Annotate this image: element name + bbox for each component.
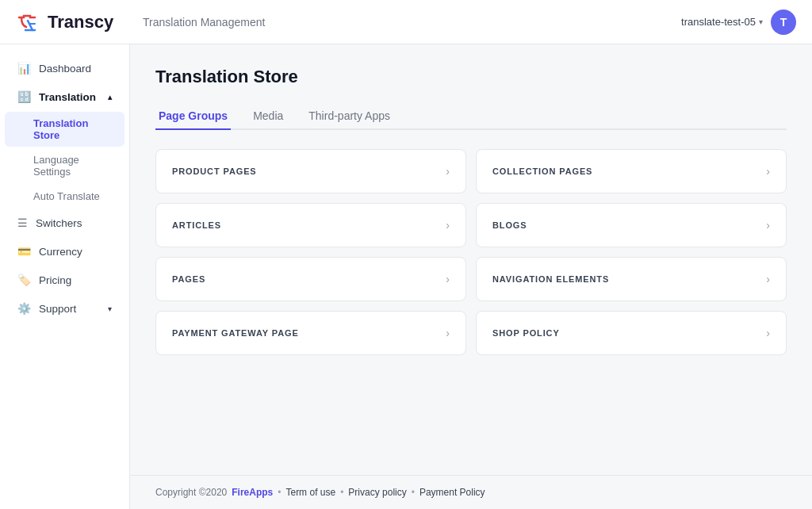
sidebar-item-translation-store[interactable]: Translation Store <box>5 112 124 147</box>
chevron-up-icon: ▴ <box>108 93 112 101</box>
sidebar-label-currency: Currency <box>39 246 82 258</box>
sidebar-item-auto-translate[interactable]: Auto Translate <box>5 185 124 208</box>
logo-text: Transcy <box>48 12 113 33</box>
arrow-icon-articles: › <box>446 219 450 232</box>
chevron-down-icon: ▾ <box>759 17 763 26</box>
pricing-icon: 🏷️ <box>17 274 31 286</box>
arrow-icon-blogs: › <box>766 219 770 232</box>
topbar-left: Transcy Translation Management <box>0 8 265 36</box>
sidebar-item-switchers[interactable]: ☰ Switchers <box>5 209 124 236</box>
sidebar-label-translation: Translation <box>39 91 96 103</box>
card-label-shop-policy: SHOP POLICY <box>492 328 560 338</box>
logo-area: Transcy <box>0 8 130 36</box>
content-area: Translation Store Page Groups Media Thir… <box>130 44 812 475</box>
topbar-right: translate-test-05 ▾ T <box>681 10 796 35</box>
sidebar-label-pricing: Pricing <box>39 274 71 286</box>
main: Translation Store Page Groups Media Thir… <box>130 44 812 509</box>
footer-link-payment[interactable]: Payment Policy <box>419 487 485 498</box>
footer: Copyright ©2020 FireApps • Term of use •… <box>130 475 812 509</box>
card-payment-gateway[interactable]: PAYMENT GATEWAY PAGE › <box>155 311 466 355</box>
sidebar-label-support: Support <box>39 303 76 315</box>
tab-third-party-apps[interactable]: Third-party Apps <box>305 103 393 130</box>
card-label-navigation-elements: NAVIGATION ELEMENTS <box>492 274 609 284</box>
card-label-payment-gateway: PAYMENT GATEWAY PAGE <box>172 328 299 338</box>
sidebar-item-language-settings[interactable]: Language Settings <box>5 148 124 183</box>
arrow-icon-shop-policy: › <box>766 327 770 339</box>
svg-point-0 <box>13 8 41 36</box>
sidebar-label-translation-store: Translation Store <box>33 117 112 141</box>
sidebar-item-currency[interactable]: 💳 Currency <box>5 238 124 265</box>
arrow-icon-pages: › <box>446 273 450 285</box>
translation-icon: 🔡 <box>17 90 31 103</box>
sidebar-item-translation[interactable]: 🔡 Translation ▴ <box>5 83 124 110</box>
sidebar-label-dashboard: Dashboard <box>39 63 91 75</box>
currency-icon: 💳 <box>17 245 31 258</box>
sidebar-item-support[interactable]: ⚙️ Support ▾ <box>5 295 124 322</box>
card-label-blogs: BLOGS <box>492 220 527 230</box>
topbar: Transcy Translation Management translate… <box>0 0 812 44</box>
card-pages[interactable]: PAGES › <box>155 257 466 301</box>
arrow-icon-collection-pages: › <box>766 165 770 178</box>
sidebar-item-dashboard[interactable]: 📊 Dashboard <box>5 55 124 82</box>
sidebar-label-switchers: Switchers <box>36 217 82 229</box>
account-name: translate-test-05 <box>681 16 756 28</box>
chevron-down-icon: ▾ <box>108 304 112 313</box>
card-product-pages[interactable]: PRODUCT PAGES › <box>155 149 466 193</box>
cards-grid: PRODUCT PAGES › COLLECTION PAGES › ARTIC… <box>155 149 787 355</box>
footer-brand[interactable]: FireApps <box>232 487 273 498</box>
card-label-product-pages: PRODUCT PAGES <box>172 166 257 176</box>
footer-link-privacy[interactable]: Privacy policy <box>348 487 406 498</box>
avatar: T <box>771 10 796 35</box>
support-icon: ⚙️ <box>17 302 31 315</box>
card-label-pages: PAGES <box>172 274 205 284</box>
card-shop-policy[interactable]: SHOP POLICY › <box>476 311 787 355</box>
tab-page-groups[interactable]: Page Groups <box>155 103 231 130</box>
layout: 📊 Dashboard 🔡 Translation ▴ Translation … <box>0 44 812 509</box>
card-label-articles: ARTICLES <box>172 220 221 230</box>
switchers-icon: ☰ <box>17 216 28 229</box>
tab-media[interactable]: Media <box>250 103 286 130</box>
tabs: Page Groups Media Third-party Apps <box>155 103 787 130</box>
sidebar-label-auto-translate: Auto Translate <box>33 190 100 202</box>
card-collection-pages[interactable]: COLLECTION PAGES › <box>476 149 787 193</box>
dashboard-icon: 📊 <box>17 62 31 75</box>
topbar-title: Translation Management <box>130 16 265 29</box>
card-articles[interactable]: ARTICLES › <box>155 203 466 247</box>
footer-link-terms[interactable]: Term of use <box>285 487 335 498</box>
transcy-logo-icon <box>13 8 41 36</box>
card-navigation-elements[interactable]: NAVIGATION ELEMENTS › <box>476 257 787 301</box>
arrow-icon-product-pages: › <box>446 165 450 178</box>
card-label-collection-pages: COLLECTION PAGES <box>492 166 592 176</box>
sidebar: 📊 Dashboard 🔡 Translation ▴ Translation … <box>0 44 130 509</box>
arrow-icon-navigation-elements: › <box>766 273 770 285</box>
account-selector[interactable]: translate-test-05 ▾ <box>681 16 763 28</box>
card-blogs[interactable]: BLOGS › <box>476 203 787 247</box>
sidebar-item-pricing[interactable]: 🏷️ Pricing <box>5 266 124 293</box>
sidebar-label-language-settings: Language Settings <box>33 154 112 178</box>
arrow-icon-payment-gateway: › <box>446 327 450 339</box>
page-title: Translation Store <box>155 67 787 87</box>
footer-copyright: Copyright ©2020 <box>155 487 227 498</box>
